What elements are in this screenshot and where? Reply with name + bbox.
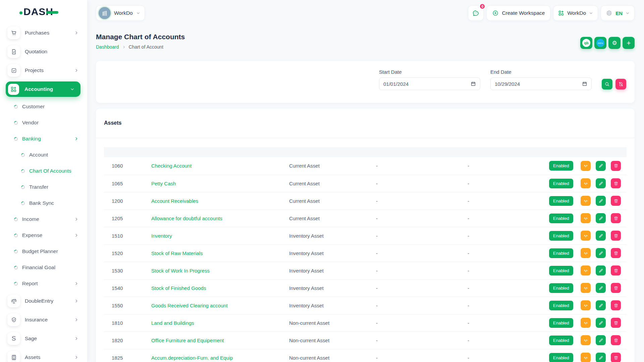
edit-button[interactable]	[596, 335, 606, 345]
edit-button[interactable]	[596, 213, 606, 223]
reset-button[interactable]	[615, 79, 626, 89]
delete-button[interactable]	[611, 283, 621, 293]
wave-icon	[583, 163, 588, 168]
sidebar-item-bank-sync[interactable]: Bank Sync	[0, 195, 87, 211]
calendar-icon[interactable]	[471, 81, 476, 86]
language-selector[interactable]: EN	[601, 5, 635, 21]
type-cell: Non-current Asset	[281, 331, 368, 349]
xero-button[interactable]: xero	[594, 37, 606, 49]
sidebar-item-assets[interactable]: Assets	[0, 348, 87, 362]
sidebar-item-insurance[interactable]: Insurance	[0, 310, 87, 329]
account-name-link[interactable]: Accum.depreciation-Furn. and Equip	[151, 355, 233, 361]
breadcrumb-dashboard-link[interactable]: Dashboard	[96, 44, 119, 50]
workspace-selector[interactable]: WorkDo	[96, 5, 145, 21]
sidebar-item-report[interactable]: Report	[0, 276, 87, 292]
wave-icon	[583, 320, 588, 325]
breadcrumb-current: Chart of Account	[129, 44, 164, 50]
transactions-button[interactable]	[581, 353, 591, 362]
sidebar-item-account[interactable]: Account	[0, 147, 87, 163]
sidebar-item-accounting[interactable]: Accounting	[6, 81, 80, 97]
sidebar-item-banking[interactable]: Banking	[0, 131, 87, 147]
account-name-link[interactable]: Stock of Finished Goods	[151, 285, 206, 291]
chevron-right-icon	[74, 68, 78, 73]
workdo-menu[interactable]: WorkDo	[553, 5, 598, 21]
status-badge: Enabled	[549, 283, 573, 293]
account-name-link[interactable]: Stock of Work In Progress	[151, 268, 210, 274]
transactions-button[interactable]	[581, 196, 591, 206]
transactions-button[interactable]	[581, 335, 591, 345]
transactions-button[interactable]	[581, 161, 591, 171]
pencil-icon	[598, 320, 603, 325]
sidebar-item-income[interactable]: Income	[0, 211, 87, 227]
app-logo[interactable]: DASH	[0, 0, 87, 23]
sidebar-item-financial-goal[interactable]: Financial Goal	[0, 259, 87, 276]
account-name-link[interactable]: Account Receivables	[151, 198, 198, 204]
account-name-link[interactable]: Allowance for doubtful accounts	[151, 216, 222, 221]
sidebar-item-sage[interactable]: S Sage	[0, 329, 87, 348]
end-date-input[interactable]: 10/29/2024	[490, 77, 592, 90]
settings-button[interactable]: ⚙	[608, 37, 621, 49]
messages-button[interactable]: 0	[468, 5, 484, 21]
column-header	[541, 147, 573, 157]
delete-button[interactable]	[611, 196, 621, 206]
search-button[interactable]	[602, 79, 612, 89]
delete-button[interactable]	[611, 231, 621, 241]
transactions-button[interactable]	[581, 231, 591, 241]
edit-button[interactable]	[596, 300, 606, 310]
edit-button[interactable]	[596, 231, 606, 241]
trash-icon	[613, 268, 619, 273]
delete-button[interactable]	[611, 178, 621, 188]
delete-button[interactable]	[611, 353, 621, 362]
quickbooks-button[interactable]: qb	[580, 37, 592, 49]
edit-button[interactable]	[596, 161, 606, 171]
transactions-button[interactable]	[581, 300, 591, 310]
transactions-button[interactable]	[581, 265, 591, 276]
delete-button[interactable]	[611, 265, 621, 276]
delete-button[interactable]	[611, 300, 621, 310]
delete-button[interactable]	[611, 161, 621, 171]
transactions-button[interactable]	[581, 178, 591, 188]
sidebar: DASH Purchases Quotation Projects Accoun…	[0, 0, 87, 362]
delete-button[interactable]	[611, 318, 621, 328]
code-cell: 1825	[104, 349, 144, 362]
account-name-link[interactable]: Goods Received Clearing account	[151, 303, 228, 308]
sidebar-item-budget-planner[interactable]: Budget Planner	[0, 243, 87, 259]
start-date-input[interactable]: 01/01/2024	[379, 77, 480, 90]
delete-button[interactable]	[611, 335, 621, 345]
edit-button[interactable]	[596, 178, 606, 188]
sidebar-item-transfer[interactable]: Transfer	[0, 179, 87, 195]
edit-button[interactable]	[596, 318, 606, 328]
building-icon	[101, 10, 108, 16]
calendar-icon[interactable]	[582, 81, 587, 86]
edit-button[interactable]	[596, 265, 606, 276]
chevron-right-icon	[74, 299, 78, 303]
sidebar-item-purchases[interactable]: Purchases	[0, 23, 87, 42]
account-name-link[interactable]: Land and Buildings	[151, 320, 194, 326]
transactions-button[interactable]	[581, 248, 591, 258]
type-cell: Inventory Asset	[281, 262, 368, 279]
sidebar-item-expense[interactable]: Expense	[0, 227, 87, 243]
account-name-link[interactable]: Checking Account	[151, 163, 192, 169]
account-name-link[interactable]: Office Furniture and Equipement	[151, 338, 224, 343]
account-name-link[interactable]: Petty Cash	[151, 181, 176, 186]
account-name-link[interactable]: Stock of Raw Materials	[151, 250, 203, 256]
create-workspace-button[interactable]: Create Workspace	[486, 5, 550, 21]
sidebar-item-vendor[interactable]: Vendor	[0, 115, 87, 131]
sidebar-item-projects[interactable]: Projects	[0, 61, 87, 80]
transactions-button[interactable]	[581, 283, 591, 293]
edit-button[interactable]	[596, 248, 606, 258]
delete-button[interactable]	[611, 213, 621, 223]
delete-button[interactable]	[611, 248, 621, 258]
account-name-link[interactable]: Inventory	[151, 233, 172, 239]
sidebar-item-chart-of-accounts[interactable]: Chart Of Accounts	[0, 163, 87, 179]
edit-button[interactable]	[596, 353, 606, 362]
transactions-button[interactable]	[581, 318, 591, 328]
sidebar-item-quotation[interactable]: Quotation	[0, 42, 87, 61]
sidebar-item-customer[interactable]: Customer	[0, 99, 87, 115]
sidebar-item-doubleentry[interactable]: DoubleEntry	[0, 292, 87, 310]
transactions-button[interactable]	[581, 213, 591, 223]
add-button[interactable]	[623, 37, 635, 49]
edit-button[interactable]	[596, 196, 606, 206]
sidebar-item-label: Report	[22, 281, 38, 287]
edit-button[interactable]	[596, 283, 606, 293]
